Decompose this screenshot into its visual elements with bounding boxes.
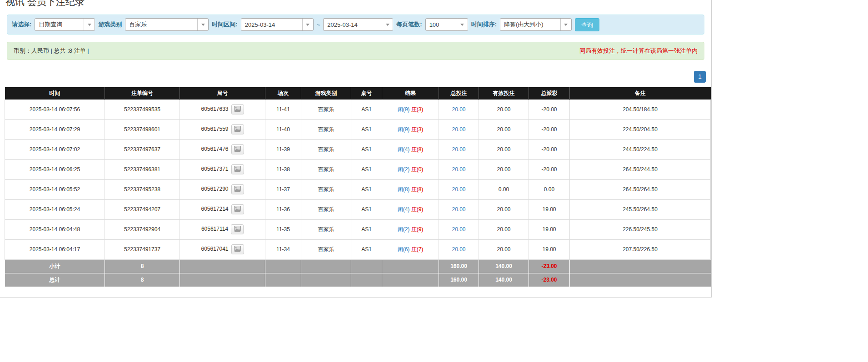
image-icon [234,146,241,153]
cell-remark: 226.50/245.50 [570,219,711,239]
cell-payout: -20.00 [529,159,570,179]
cell-result: 闲(4) 庄(8) [382,139,439,159]
cell-bet-id: 522337495238 [105,179,180,199]
round-snapshot-button[interactable] [231,144,244,154]
cell-result: 闲(9) 庄(3) [382,119,439,139]
round-snapshot-button[interactable] [231,124,244,134]
cell-game-type: 百家乐 [301,179,351,199]
cell-result: 闲(4) 庄(9) [382,199,439,219]
cell-table-no: AS1 [351,239,382,259]
summary-bar: 币别：人民币 | 总共 :8 注单 | 同局有效投注，统一计算在该局第一张注单内 [7,42,704,60]
cell-round-id: 605617633 [180,99,265,119]
table-body: 2025-03-14 06:07:56 522337499535 6056176… [5,99,711,259]
round-snapshot-button[interactable] [231,104,244,114]
total-bet-link[interactable]: 20.00 [452,206,465,213]
footer-empty-cell [382,259,439,273]
footer-empty-cell [301,259,351,273]
image-icon [234,226,241,233]
round-id-text: 605617114 [201,226,228,232]
total-bet-link[interactable]: 20.00 [452,166,465,173]
round-snapshot-button[interactable] [231,184,244,194]
query-type-select[interactable]: 日期查询 [35,18,95,31]
cell-result: 闲(2) 庄(0) [382,159,439,179]
select-type-label: 请选择: [12,20,31,29]
chevron-down-icon [84,19,95,30]
result-banker-text: 庄(3) [411,106,424,113]
date-to-select[interactable]: 2025-03-14 [323,18,393,31]
cell-remark: 245.50/264.50 [570,199,711,219]
cell-game-type: 百家乐 [301,219,351,239]
table-row: 2025-03-14 06:06:25 522337496381 6056173… [5,159,711,179]
cell-game-type: 百家乐 [301,199,351,219]
footer-empty-cell [382,273,439,287]
round-snapshot-button[interactable] [231,224,244,234]
result-player-text: 闲(2) [398,226,410,233]
cell-payout: 0.00 [529,179,570,199]
table-row: 2025-03-14 06:04:17 522337491737 6056170… [5,239,711,259]
game-type-select[interactable]: 百家乐 [125,18,209,31]
cell-valid-bet: 20.00 [479,99,529,119]
pagination-page-1-button[interactable]: 1 [694,71,706,83]
chevron-down-icon [197,19,208,30]
result-player-text: 闲(2) [398,166,410,173]
total-bet-link[interactable]: 20.00 [452,186,465,193]
chevron-down-icon [302,19,313,30]
cell-remark: 244.50/224.50 [570,139,711,159]
cell-total-bet: 20.00 [439,139,479,159]
total-bet-link[interactable]: 20.00 [452,246,465,253]
cell-round-id: 605617290 [180,179,265,199]
result-banker-text: 庄(3) [411,126,424,133]
page-title: 视讯 会员下注纪录 [5,0,711,8]
cell-session: 11-37 [265,179,301,199]
total-row: 总计 8 160.00 140.00 -23.00 [5,273,711,287]
cell-result: 闲(6) 庄(7) [382,239,439,259]
round-snapshot-button[interactable] [231,164,244,174]
date-from-select[interactable]: 2025-03-14 [241,18,314,31]
cell-time: 2025-03-14 06:07:29 [5,119,105,139]
cell-valid-bet: 20.00 [479,159,529,179]
cell-remark: 264.50/264.50 [570,179,711,199]
footer-empty-cell [570,259,711,273]
cell-result: 闲(9) 庄(3) [382,99,439,119]
total-bet-link[interactable]: 20.00 [452,126,465,133]
page-size-value: 100 [426,21,457,28]
total-valid-bet: 140.00 [479,273,529,287]
cell-table-no: AS1 [351,99,382,119]
cell-round-id: 605617371 [180,159,265,179]
table-row: 2025-03-14 06:07:29 522337498601 6056175… [5,119,711,139]
column-header: 总派彩 [529,87,570,99]
total-label: 总计 [5,273,105,287]
cell-total-bet: 20.00 [439,199,479,219]
total-bet-link[interactable]: 20.00 [452,226,465,233]
cell-payout: 19.00 [529,219,570,239]
cell-time: 2025-03-14 06:05:24 [5,199,105,219]
time-sort-select[interactable]: 降冪(由大到小) [500,18,572,31]
cell-valid-bet: 0.00 [479,179,529,199]
round-snapshot-button[interactable] [231,244,244,254]
cell-total-bet: 20.00 [439,119,479,139]
cell-round-id: 605617114 [180,219,265,239]
cell-bet-id: 522337492904 [105,219,180,239]
column-header: 结果 [382,87,439,99]
cell-round-id: 605617041 [180,239,265,259]
footer-empty-cell [570,273,711,287]
column-header: 备注 [570,87,711,99]
cell-time: 2025-03-14 06:05:52 [5,179,105,199]
cell-table-no: AS1 [351,139,382,159]
result-player-text: 闲(6) [398,246,410,253]
round-snapshot-button[interactable] [231,204,244,214]
cell-payout: 19.00 [529,199,570,219]
table-row: 2025-03-14 06:05:24 522337494207 6056172… [5,199,711,219]
search-button[interactable]: 查询 [575,18,599,31]
table-row: 2025-03-14 06:04:48 522337492904 6056171… [5,219,711,239]
cell-time: 2025-03-14 06:06:25 [5,159,105,179]
page-size-select[interactable]: 100 [425,18,468,31]
total-count: 8 [105,273,180,287]
total-bet-link[interactable]: 20.00 [452,146,465,153]
cell-session: 11-34 [265,239,301,259]
cell-total-bet: 20.00 [439,179,479,199]
cell-bet-id: 522337497637 [105,139,180,159]
round-id-text: 605617476 [201,146,228,152]
footer-empty-cell [351,273,382,287]
total-bet-link[interactable]: 20.00 [452,106,465,113]
